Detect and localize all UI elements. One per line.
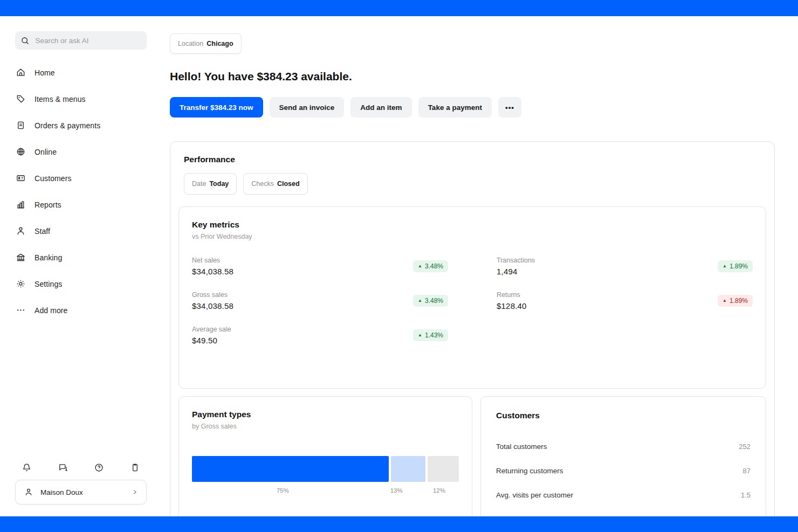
quick-actions: Transfer $384.23 now Send an invoice Add… xyxy=(170,97,775,118)
add-item-button[interactable]: Add an item xyxy=(350,97,411,118)
search-input[interactable] xyxy=(34,36,141,45)
chevron-right-icon xyxy=(131,488,139,496)
metric-label: Returns xyxy=(497,291,527,299)
search-bar[interactable] xyxy=(15,31,147,50)
sidebar-item-label: Banking xyxy=(35,253,62,262)
ellipsis-icon xyxy=(15,305,26,316)
bell-icon[interactable] xyxy=(18,459,35,475)
customers-rows: Total customers 252 Returning customers … xyxy=(496,434,751,507)
sidebar-nav: Home Items & menus Orders & payments Onl… xyxy=(15,59,147,323)
sidebar-item-customers[interactable]: Customers xyxy=(15,165,147,191)
sidebar-item-label: Home xyxy=(35,68,55,77)
search-icon xyxy=(20,35,30,46)
transfer-button[interactable]: Transfer $384.23 now xyxy=(170,97,263,118)
metric-value: 1,494 xyxy=(497,267,535,276)
contact-card-icon xyxy=(15,173,26,184)
key-metrics-card: Key metrics vs Prior Wednesday Net sales… xyxy=(178,206,766,389)
hardware-icon[interactable] xyxy=(127,459,143,475)
performance-title: Performance xyxy=(184,155,766,164)
change-badge: ▲1.89% xyxy=(718,260,753,272)
change-badge: ▲3.48% xyxy=(413,260,448,272)
lower-cards-row: Payment types by Gross sales 75% 13% 12% xyxy=(178,396,766,532)
help-icon[interactable] xyxy=(91,459,107,475)
person-star-icon xyxy=(15,226,26,237)
sidebar-item-label: Settings xyxy=(35,280,62,288)
metric-value: $49.50 xyxy=(192,336,231,345)
person-icon xyxy=(23,487,34,498)
filter-value: Today xyxy=(209,180,229,188)
metric-label: Transactions xyxy=(497,257,535,264)
row-label: Total customers xyxy=(496,443,547,451)
take-payment-button[interactable]: Take a payment xyxy=(418,97,492,118)
up-triangle-icon: ▲ xyxy=(723,264,727,268)
bottom-frame-bar xyxy=(0,516,798,532)
bar-segment-tertiary xyxy=(428,456,459,482)
location-filter[interactable]: Location Chicago xyxy=(170,33,242,54)
gear-icon xyxy=(15,279,26,289)
sidebar-item-label: Add more xyxy=(35,306,68,315)
customers-row-total: Total customers 252 xyxy=(496,434,751,459)
receipt-icon xyxy=(15,120,26,131)
filter-label: Date xyxy=(192,180,206,188)
key-metrics-grid: Net sales $34,038.58 ▲3.48% Transactions… xyxy=(192,257,753,345)
send-invoice-button[interactable]: Send an invoice xyxy=(270,97,345,118)
payment-types-bar-labels: 75% 13% 12% xyxy=(192,487,459,494)
sidebar-item-items-menus[interactable]: Items & menus xyxy=(15,86,147,112)
metric-net-sales: Net sales $34,038.58 ▲3.48% xyxy=(192,257,448,276)
customers-card: Customers Total customers 252 Returning … xyxy=(480,396,766,532)
metric-value: $34,038.58 xyxy=(192,267,233,276)
row-value: 252 xyxy=(739,443,751,451)
sidebar-footer xyxy=(15,459,147,475)
performance-filters: Date Today Checks Closed xyxy=(184,173,766,195)
customers-row-avg-visits: Avg. visits per customer 1.5 xyxy=(496,483,751,507)
metric-value: $128.40 xyxy=(497,301,527,310)
row-value: 1.5 xyxy=(741,491,751,499)
sidebar-item-banking[interactable]: Banking xyxy=(15,244,147,271)
metric-value: $34,038.58 xyxy=(192,301,233,310)
metric-transactions: Transactions 1,494 ▲1.89% xyxy=(497,257,753,276)
up-triangle-icon: ▲ xyxy=(418,299,422,303)
up-triangle-icon: ▲ xyxy=(418,333,422,337)
sidebar-item-add-more[interactable]: Add more xyxy=(15,297,147,323)
up-triangle-icon: ▲ xyxy=(723,299,727,303)
filter-value: Closed xyxy=(277,180,300,188)
location-filter-value: Chicago xyxy=(207,40,233,47)
performance-section: Performance Date Today Checks Closed Key… xyxy=(170,141,775,532)
change-badge: ▲1.89% xyxy=(718,295,753,307)
sidebar-item-label: Orders & payments xyxy=(35,121,100,130)
sidebar-item-staff[interactable]: Staff xyxy=(15,218,147,244)
tag-icon xyxy=(15,94,26,105)
metric-gross-sales: Gross sales $34,038.58 ▲3.48% xyxy=(192,291,448,310)
bar-segment-label: 13% xyxy=(375,487,417,494)
sidebar-item-online[interactable]: Online xyxy=(15,139,147,165)
checks-filter[interactable]: Checks Closed xyxy=(243,173,307,195)
location-filter-label: Location xyxy=(178,40,203,47)
date-filter[interactable]: Date Today xyxy=(184,173,237,195)
filter-label: Checks xyxy=(251,180,274,188)
sidebar-item-settings[interactable]: Settings xyxy=(15,271,147,297)
bar-segment-label: 12% xyxy=(419,487,459,494)
row-value: 87 xyxy=(743,467,751,475)
sidebar: Home Items & menus Orders & payments Onl… xyxy=(15,16,147,516)
globe-icon xyxy=(15,147,26,157)
messages-icon[interactable] xyxy=(54,459,71,475)
bar-chart-icon xyxy=(15,199,26,210)
sidebar-item-orders-payments[interactable]: Orders & payments xyxy=(15,112,147,139)
metric-label: Net sales xyxy=(192,257,233,264)
greeting-heading: Hello! You have $384.23 available. xyxy=(170,70,775,83)
screen: Home Items & menus Orders & payments Onl… xyxy=(0,0,798,532)
account-name: Maison Doux xyxy=(40,488,125,496)
payment-types-bar xyxy=(192,456,459,482)
sidebar-item-home[interactable]: Home xyxy=(15,59,147,86)
bar-segment-label: 75% xyxy=(192,487,373,494)
key-metrics-subtitle: vs Prior Wednesday xyxy=(192,233,753,240)
bank-icon xyxy=(15,252,26,263)
customers-title: Customers xyxy=(496,411,751,420)
metric-average-sale: Average sale $49.50 ▲1.43% xyxy=(192,326,448,345)
top-frame-bar xyxy=(0,0,798,16)
payment-types-title: Payment types xyxy=(192,410,459,419)
change-badge: ▲1.43% xyxy=(413,329,448,341)
account-switcher[interactable]: Maison Doux xyxy=(15,480,147,505)
more-actions-button[interactable]: ••• xyxy=(498,97,521,118)
sidebar-item-reports[interactable]: Reports xyxy=(15,191,147,218)
